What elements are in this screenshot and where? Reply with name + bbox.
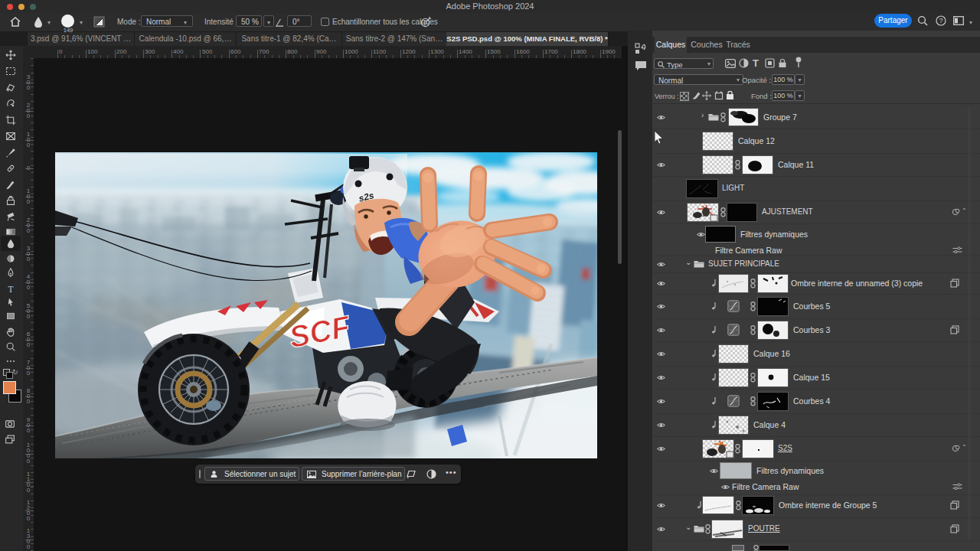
svg-text:T: T — [8, 285, 13, 294]
svg-text:?: ? — [939, 17, 942, 24]
